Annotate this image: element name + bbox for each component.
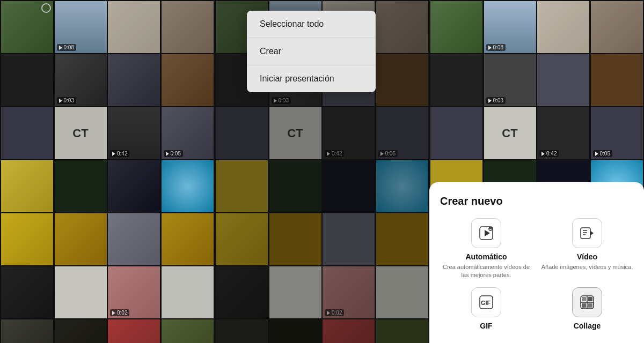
photo-cell[interactable] (537, 54, 589, 106)
photo-cell[interactable] (1, 160, 53, 212)
video-duration-badge: 0:02 (110, 309, 129, 316)
video-duration-badge: 0:03 (272, 97, 291, 104)
photo-cell[interactable] (108, 213, 160, 265)
svg-rect-13 (582, 297, 586, 301)
collage-option-title: Collage (574, 322, 601, 330)
photo-cell[interactable] (269, 266, 321, 318)
photo-cell[interactable] (269, 213, 321, 265)
svg-rect-3 (581, 228, 590, 238)
photo-cell[interactable] (162, 319, 214, 343)
gif-icon: GIF (478, 294, 494, 310)
photo-cell[interactable]: 0:05 (162, 107, 214, 159)
svg-marker-4 (590, 230, 594, 236)
photo-cell[interactable]: 0:03 (484, 54, 536, 106)
photo-cell-meat[interactable] (108, 319, 160, 343)
select-checkbox[interactable] (41, 3, 51, 13)
photo-cell[interactable] (430, 1, 482, 53)
video-duration-badge: 0:05 (378, 150, 398, 157)
play-icon (327, 311, 330, 315)
photo-cell[interactable] (376, 266, 428, 318)
video-duration-badge: 0:03 (57, 97, 76, 104)
create-sheet-title: Crear nuevo (440, 195, 633, 207)
play-icon (595, 152, 598, 156)
panel-right: 0:08 0:03 CT 0:42 0:05 (429, 0, 644, 343)
photo-cell-ct[interactable]: CT (55, 107, 107, 159)
photo-cell[interactable] (162, 1, 214, 53)
photo-cell-mouse[interactable] (216, 266, 268, 318)
photo-cell[interactable] (55, 319, 107, 343)
photo-cell[interactable] (430, 54, 482, 106)
photo-cell[interactable] (269, 319, 321, 343)
svg-rect-15 (582, 303, 586, 308)
play-icon (274, 99, 277, 103)
photo-cell[interactable] (216, 319, 268, 343)
auto-option-desc: Crea automáticamente vídeos de las mejor… (440, 263, 532, 279)
video-duration-badge: 0:08 (486, 44, 506, 51)
collage-option-icon (572, 287, 602, 317)
ct-label: CT (72, 126, 88, 140)
photo-cell[interactable] (323, 160, 375, 212)
photo-cell[interactable] (376, 319, 428, 343)
photo-cell[interactable] (162, 54, 214, 106)
photo-cell-keyboard[interactable] (1, 213, 53, 265)
photo-cell[interactable] (591, 54, 643, 106)
photo-cell[interactable] (216, 107, 268, 159)
photo-cell-wordle[interactable] (55, 160, 107, 212)
photo-cell-bluelight[interactable] (162, 160, 214, 212)
photo-cell[interactable] (591, 1, 643, 53)
svg-rect-16 (588, 303, 592, 308)
photo-cell[interactable] (1, 54, 53, 106)
photo-cell-mouse[interactable] (1, 266, 53, 318)
photo-cell[interactable] (216, 160, 268, 212)
photo-cell[interactable] (108, 54, 160, 106)
photo-cell[interactable] (430, 107, 482, 159)
photo-cell-keyboard[interactable] (216, 213, 268, 265)
photo-cell[interactable]: 0:05 (376, 107, 428, 159)
photo-cell[interactable] (1, 319, 53, 343)
dropdown-item-select-all[interactable]: Seleccionar todo (247, 11, 376, 38)
play-icon (112, 152, 115, 156)
photo-grid-right: 0:08 0:03 CT 0:42 0:05 (429, 0, 644, 213)
photo-cell[interactable] (1, 107, 53, 159)
play-icon (112, 311, 115, 315)
photo-cell-spreadsheet2[interactable] (162, 266, 214, 318)
video-duration-badge: 0:42 (325, 150, 344, 157)
photo-cell-spreadsheet[interactable] (55, 266, 107, 318)
photo-cell[interactable] (55, 213, 107, 265)
photo-cell[interactable]: 0:42 (537, 107, 589, 159)
dropdown-item-create[interactable]: Crear (247, 38, 376, 65)
photo-cell-ct[interactable]: CT (269, 107, 321, 159)
create-option-automatico[interactable]: Automático Crea automáticamente vídeos d… (440, 218, 532, 279)
photo-cell-bluelight[interactable] (376, 160, 428, 212)
photo-cell[interactable] (376, 54, 428, 106)
photo-cell-female[interactable]: 0:02 (323, 266, 375, 318)
photo-cell[interactable] (376, 1, 428, 53)
play-icon (166, 152, 169, 156)
panel-left: 0:08 0:03 CT 0:42 0:0 (0, 0, 215, 343)
photo-cell-meat[interactable] (323, 319, 375, 343)
photo-cell[interactable]: 0:42 (323, 107, 375, 159)
create-option-collage[interactable]: Collage (541, 287, 633, 332)
auto-option-icon (471, 218, 501, 248)
photo-cell[interactable]: 0:03 (55, 54, 107, 106)
ct-label: CT (502, 126, 517, 140)
photo-cell[interactable] (108, 1, 160, 53)
photo-cell[interactable] (162, 213, 214, 265)
photo-cell[interactable] (537, 1, 589, 53)
photo-cell[interactable] (108, 160, 160, 212)
photo-cell[interactable]: 0:42 (108, 107, 160, 159)
photo-cell[interactable]: 0:08 (55, 1, 107, 53)
play-icon (488, 99, 492, 103)
create-option-gif[interactable]: GIF GIF (440, 287, 532, 332)
photo-cell[interactable] (1, 1, 53, 53)
photo-cell[interactable] (376, 213, 428, 265)
photo-cell[interactable] (323, 213, 375, 265)
photo-cell-wordle[interactable] (269, 160, 321, 212)
photo-cell[interactable]: 0:08 (484, 1, 536, 53)
photo-cell-ct[interactable]: CT (484, 107, 536, 159)
create-option-video[interactable]: Vídeo Añade imágenes, vídeos y música. (541, 218, 633, 279)
dropdown-item-start-presentation[interactable]: Iniciar presentación (247, 65, 376, 92)
collage-icon (579, 294, 595, 310)
photo-cell[interactable]: 0:05 (591, 107, 643, 159)
photo-cell-female[interactable]: 0:02 (108, 266, 160, 318)
